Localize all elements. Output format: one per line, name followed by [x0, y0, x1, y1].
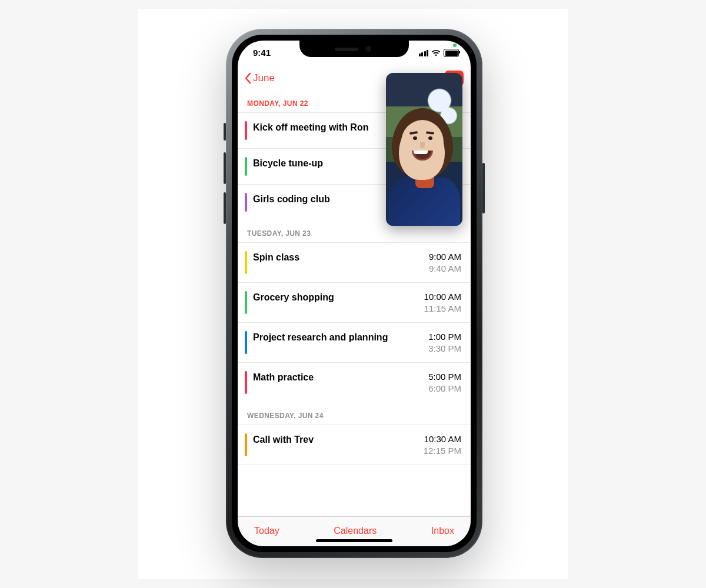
side-button — [482, 163, 485, 213]
back-button[interactable]: June — [245, 72, 275, 84]
screen: 9:41 June MONDAY, JUN 22Kick off meeting… — [238, 41, 471, 546]
event-color-bar — [245, 331, 247, 354]
event-row[interactable]: Grocery shopping10:00 AM11:15 AM — [238, 282, 471, 322]
camera-indicator-dot — [453, 44, 457, 47]
event-times: 1:00 PM3:30 PM — [428, 331, 461, 354]
cellular-signal-icon — [419, 50, 429, 56]
event-title: Project research and planning — [253, 331, 428, 343]
iphone-device-frame: 9:41 June MONDAY, JUN 22Kick off meeting… — [226, 29, 482, 558]
volume-down-button — [224, 192, 226, 224]
event-title: Call with Trev — [253, 433, 424, 446]
back-label: June — [253, 72, 275, 84]
today-button[interactable]: Today — [254, 526, 279, 536]
event-row[interactable]: Spin class9:00 AM9:40 AM — [238, 242, 471, 282]
event-color-bar — [245, 291, 247, 314]
chevron-left-icon — [245, 72, 252, 84]
calendars-button[interactable]: Calendars — [334, 526, 377, 536]
facetime-pip[interactable] — [386, 73, 462, 226]
event-row[interactable]: Math practice5:00 PM6:00 PM — [238, 362, 471, 402]
event-color-bar — [245, 157, 247, 176]
notch — [299, 41, 409, 57]
event-times: 10:30 AM12:15 PM — [424, 433, 461, 456]
event-row[interactable]: Call with Trev10:30 AM12:15 PM — [238, 425, 471, 465]
home-indicator[interactable] — [316, 539, 392, 542]
event-row[interactable]: Project research and planning1:00 PM3:30… — [238, 322, 471, 362]
status-time: 9:41 — [253, 48, 271, 58]
section-header: WEDNESDAY, JUN 24 — [238, 402, 471, 425]
event-title: Grocery shopping — [253, 291, 424, 303]
battery-icon — [444, 49, 459, 57]
event-title: Math practice — [253, 371, 428, 383]
event-color-bar — [245, 193, 247, 212]
event-times: 10:00 AM11:15 AM — [424, 291, 461, 314]
volume-up-button — [224, 152, 226, 184]
event-times: 5:00 PM6:00 PM — [428, 371, 461, 394]
event-color-bar — [245, 121, 247, 140]
wifi-icon — [431, 49, 441, 56]
event-times: 9:00 AM9:40 AM — [429, 251, 461, 274]
event-title: Spin class — [253, 251, 429, 263]
event-color-bar — [245, 251, 247, 274]
event-color-bar — [245, 371, 247, 394]
mute-switch — [224, 123, 226, 141]
inbox-button[interactable]: Inbox — [431, 526, 454, 536]
event-color-bar — [245, 433, 247, 456]
